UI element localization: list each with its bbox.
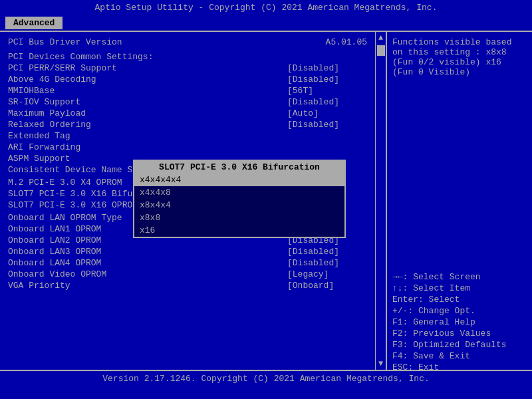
setting-row-4[interactable]: Maximum Payload[Auto] (8, 108, 367, 119)
key-line-8: ESC: Exit (392, 362, 527, 373)
scroll-thumb[interactable] (377, 45, 385, 56)
scroll-down-arrow[interactable]: ▼ (377, 358, 384, 370)
setting-label-5: Relaxed Ordering (8, 120, 91, 130)
bottom-text: Version 2.17.1246. Copyright (C) 2021 Am… (102, 374, 429, 384)
key-help-list: →←: Select Screen↑↓: Select ItemEnter: S… (392, 271, 527, 373)
setting-row-21[interactable]: VGA Priority[Onboard] (8, 280, 367, 291)
setting-label-19: Onboard LAN4 OPROM (8, 258, 101, 268)
setting-value-2: [56T] (287, 86, 367, 96)
dropdown-item-0[interactable]: x4x4x4x4 (134, 174, 344, 186)
dropdown-item-4[interactable]: x16 (134, 224, 344, 237)
key-line-4: F1: General Help (392, 317, 527, 328)
setting-label-12: SLOT7 PCI-E 3.0 X16 Bifurc (8, 189, 143, 199)
key-line-2: Enter: Select (392, 294, 527, 305)
title-text: Aptio Setup Utility - Copyright (C) 2021… (95, 3, 438, 13)
setting-label-13: SLOT7 PCI-E 3.0 X16 OPROM (8, 200, 138, 210)
setting-row-18[interactable]: Onboard LAN3 OPROM[Disabled] (8, 246, 367, 257)
driver-version-row: PCI Bus Driver Version A5.01.05 (8, 36, 367, 49)
key-line-3: +/-: Change Opt. (392, 305, 527, 317)
key-line-7: F4: Save & Exit (392, 350, 527, 362)
setting-label-17: Onboard LAN2 OPROM (8, 235, 101, 245)
setting-label-2: MMIOHBase (8, 86, 55, 96)
setting-value-5: [Disabled] (287, 120, 367, 130)
dropdown-item-3[interactable]: x8x8 (134, 211, 344, 224)
setting-value-19: [Disabled] (287, 258, 367, 268)
key-line-1: ↑↓: Select Item (392, 283, 527, 294)
setting-row-5[interactable]: Relaxed Ordering[Disabled] (8, 119, 367, 130)
setting-label-15: Onboard LAN OPROM Type (8, 213, 122, 223)
setting-value-1: [Disabled] (287, 74, 367, 84)
key-help-section: →←: Select Screen↑↓: Select ItemEnter: S… (392, 271, 527, 373)
right-panel: Functions visible based on this setting … (386, 32, 532, 370)
help-text: Functions visible based on this setting … (392, 37, 527, 77)
setting-label-20: Onboard Video OPROM (8, 269, 106, 279)
setting-label-7: ARI Forwarding (8, 142, 80, 152)
setting-row-6[interactable]: Extended Tag (8, 130, 367, 142)
setting-value-4: [Auto] (287, 108, 367, 118)
main-area: PCI Bus Driver Version A5.01.05 PCI Devi… (0, 31, 532, 370)
setting-row-2[interactable]: MMIOHBase[56T] (8, 85, 367, 96)
key-line-0: →←: Select Screen (392, 271, 527, 283)
setting-label-11: M.2 PCI-E 3.0 X4 OPROM (8, 178, 122, 188)
setting-value-6 (287, 131, 367, 141)
left-panel: PCI Bus Driver Version A5.01.05 PCI Devi… (0, 32, 375, 370)
setting-row-7[interactable]: ARI Forwarding (8, 142, 367, 153)
scroll-bar[interactable]: ▲ ▼ (375, 32, 386, 370)
dropdown-popup[interactable]: SLOT7 PCI-E 3.0 X16 Bifurcation x4x4x4x4… (133, 160, 346, 238)
setting-value-20: [Legacy] (287, 269, 367, 279)
setting-row-0[interactable]: PCI PERR/SERR Support[Disabled] (8, 63, 367, 74)
driver-version-value: A5.01.05 (326, 37, 367, 47)
setting-label-21: VGA Priority (8, 281, 70, 291)
dropdown-title: SLOT7 PCI-E 3.0 X16 Bifurcation (134, 161, 344, 174)
setting-label-16: Onboard LAN1 OPROM (8, 224, 101, 234)
scroll-up-arrow[interactable]: ▲ (377, 32, 384, 44)
key-line-5: F2: Previous Values (392, 328, 527, 339)
setting-label-1: Above 4G Decoding (8, 74, 96, 84)
setting-label-0: PCI PERR/SERR Support (8, 63, 117, 73)
section-header: PCI Devices Common Settings: (8, 51, 367, 63)
dropdown-item-1[interactable]: x4x4x8 (134, 186, 344, 199)
setting-value-21: [Onboard] (287, 281, 367, 291)
title-bar: Aptio Setup Utility - Copyright (C) 2021… (0, 0, 532, 15)
setting-label-18: Onboard LAN3 OPROM (8, 247, 101, 257)
driver-version-label: PCI Bus Driver Version (8, 37, 122, 47)
setting-value-18: [Disabled] (287, 247, 367, 257)
setting-row-1[interactable]: Above 4G Decoding[Disabled] (8, 74, 367, 85)
setting-label-9: Consistent Device Name Sup (8, 165, 143, 175)
setting-value-7 (287, 142, 367, 152)
tab-advanced[interactable]: Advanced (5, 17, 63, 29)
dropdown-item-2[interactable]: x8x4x4 (134, 199, 344, 211)
setting-label-6: Extended Tag (8, 131, 70, 141)
setting-label-8: ASPM Support (8, 154, 70, 164)
setting-row-3[interactable]: SR-IOV Support[Disabled] (8, 96, 367, 108)
key-line-6: F3: Optimized Defaults (392, 339, 527, 350)
dropdown-items: x4x4x4x4x4x4x8x8x4x4x8x8x16 (134, 174, 344, 237)
setting-label-3: SR-IOV Support (8, 97, 80, 107)
setting-row-20[interactable]: Onboard Video OPROM[Legacy] (8, 269, 367, 280)
setting-label-4: Maximum Payload (8, 108, 86, 118)
setting-value-0: [Disabled] (287, 63, 367, 73)
tab-bar: Advanced (0, 15, 532, 31)
setting-row-19[interactable]: Onboard LAN4 OPROM[Disabled] (8, 257, 367, 269)
setting-value-3: [Disabled] (287, 97, 367, 107)
